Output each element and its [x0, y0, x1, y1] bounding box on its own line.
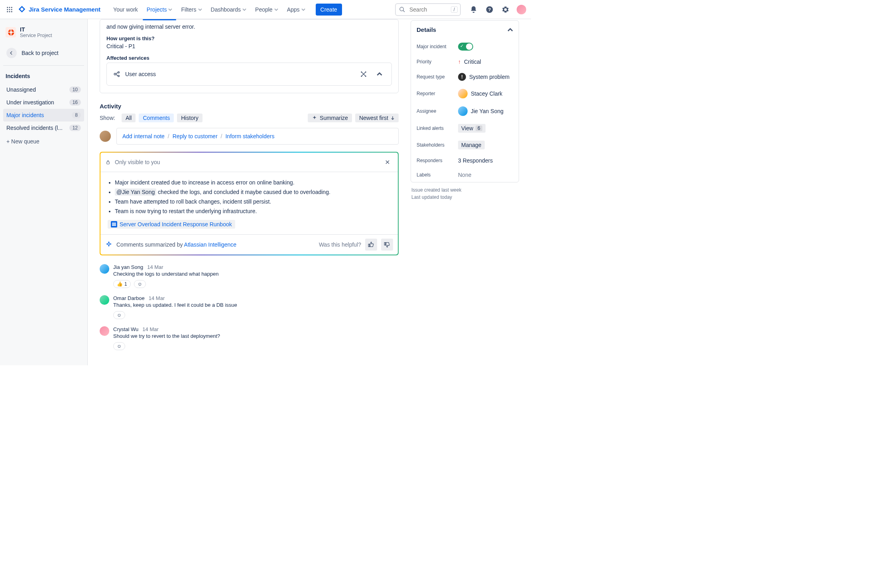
- notifications-icon[interactable]: [469, 5, 478, 14]
- lock-icon: [105, 159, 111, 165]
- compose-row: Add internal note / Reply to customer / …: [100, 128, 399, 145]
- current-user-avatar: [100, 131, 111, 142]
- comment-avatar: [100, 264, 109, 274]
- comment-text: Checking the logs to understand what hap…: [113, 271, 399, 277]
- create-button[interactable]: Create: [316, 4, 342, 16]
- description-card: and now giving internal server error. Ho…: [100, 19, 399, 93]
- field-major-incident: Major incident: [411, 39, 519, 55]
- service-graph-icon: [113, 71, 120, 78]
- product-logo[interactable]: Jira Service Management: [18, 5, 100, 14]
- back-to-project[interactable]: Back to project: [3, 43, 84, 63]
- ai-bullet: @Jie Yan Song checked the logs, and conc…: [115, 189, 391, 195]
- svg-point-9: [400, 7, 403, 11]
- alert-count: 6: [476, 125, 482, 131]
- chevron-down-icon: [242, 8, 246, 12]
- field-labels[interactable]: Labels None: [411, 168, 519, 182]
- ai-summary-body: Major incident created due to increase i…: [100, 172, 398, 234]
- close-ai-summary[interactable]: [382, 157, 393, 168]
- details-header[interactable]: Details: [411, 21, 519, 39]
- queue-under-investigation[interactable]: Under investigation16: [3, 96, 84, 109]
- show-label: Show:: [100, 115, 115, 121]
- sidebar-heading: Incidents: [3, 71, 84, 81]
- svg-point-15: [118, 75, 120, 77]
- ai-summary-card: Only visible to you Major incident creat…: [100, 152, 399, 255]
- field-responders[interactable]: Responders 3 Responders: [411, 153, 519, 168]
- nav-projects[interactable]: Projects: [143, 4, 177, 15]
- product-name: Jira Service Management: [29, 6, 100, 13]
- add-reaction[interactable]: ☺: [134, 280, 146, 288]
- count-badge: 10: [69, 86, 81, 93]
- nav-your-work[interactable]: Your work: [109, 4, 142, 15]
- field-priority[interactable]: Priority ↑Critical: [411, 55, 519, 69]
- ai-attribution-link[interactable]: Atlassian Intelligence: [184, 241, 237, 248]
- queue-unassigned[interactable]: Unassigned10: [3, 83, 84, 96]
- add-internal-note[interactable]: Add internal note: [122, 133, 165, 139]
- sort-button[interactable]: Newest first: [355, 114, 399, 122]
- chevron-down-icon: [168, 8, 172, 12]
- back-arrow-icon: [6, 48, 17, 58]
- activity-filter-row: Show: All Comments History Summarize New…: [100, 114, 399, 122]
- reaction-thumbsup[interactable]: 👍1: [113, 280, 131, 288]
- svg-point-6: [7, 11, 8, 12]
- field-assignee[interactable]: Assignee Jie Yan Song: [411, 102, 519, 120]
- svg-point-1: [9, 7, 10, 8]
- activity-heading: Activity: [100, 103, 399, 110]
- comment-date: 14 Mar: [147, 264, 163, 270]
- mention[interactable]: @Jie Yan Song: [115, 188, 156, 196]
- comment-author: Crystal Wu: [113, 326, 138, 332]
- project-header[interactable]: 🛟 IT Service Project: [3, 25, 84, 40]
- comment-date: 14 Mar: [142, 326, 158, 332]
- new-queue-button[interactable]: + New queue: [3, 134, 84, 149]
- queue-major-incidents[interactable]: Major incidents8: [3, 109, 84, 122]
- filter-comments[interactable]: Comments: [139, 114, 174, 122]
- visibility-label: Only visible to you: [115, 159, 160, 165]
- compose-box[interactable]: Add internal note / Reply to customer / …: [116, 128, 399, 145]
- document-icon: [111, 221, 117, 227]
- affected-service-row[interactable]: User access: [106, 63, 392, 86]
- add-reaction[interactable]: ☺: [113, 342, 125, 350]
- field-reporter[interactable]: Reporter Stacey Clark: [411, 85, 519, 102]
- search-input[interactable]: [409, 6, 448, 13]
- summarize-button[interactable]: Summarize: [308, 114, 352, 122]
- svg-point-8: [11, 11, 12, 12]
- svg-point-21: [365, 76, 366, 77]
- nav-dashboards[interactable]: Dashboards: [207, 4, 251, 15]
- profile-avatar[interactable]: [517, 5, 526, 14]
- add-reaction[interactable]: ☺: [113, 311, 125, 319]
- comment-date: 14 Mar: [149, 295, 165, 301]
- field-request-type[interactable]: Request type !System problem: [411, 69, 519, 85]
- view-alerts-chip[interactable]: View6: [458, 124, 486, 133]
- comment: Omar Darboe14 Mar Thanks, keep us update…: [100, 295, 399, 319]
- chevron-down-icon: [301, 8, 305, 12]
- settings-icon[interactable]: [501, 5, 510, 14]
- divider: [3, 65, 84, 66]
- affected-services-heading: Affected services: [106, 55, 392, 61]
- nav-filters[interactable]: Filters: [177, 4, 206, 15]
- service-opsgenie-icon[interactable]: [358, 69, 369, 80]
- runbook-link[interactable]: Server Overload Incident Response Runboo…: [108, 220, 235, 229]
- inform-stakeholders[interactable]: Inform stakeholders: [225, 133, 274, 139]
- thumbs-down-button[interactable]: [381, 239, 393, 251]
- count-badge: 8: [72, 112, 81, 118]
- major-incident-toggle[interactable]: [458, 43, 473, 51]
- manage-stakeholders-chip[interactable]: Manage: [458, 141, 485, 149]
- nav-people[interactable]: People: [251, 4, 282, 15]
- filter-all[interactable]: All: [122, 114, 136, 122]
- search-box[interactable]: /: [395, 3, 461, 16]
- updated-line: Last updated today: [411, 194, 518, 201]
- thumbs-up-button[interactable]: [365, 239, 377, 251]
- svg-line-17: [116, 74, 118, 76]
- collapse-service-icon[interactable]: [374, 69, 385, 80]
- filter-history[interactable]: History: [177, 114, 203, 122]
- ai-summary-footer: Comments summarized by Atlassian Intelli…: [100, 234, 398, 255]
- reply-to-customer[interactable]: Reply to customer: [173, 133, 218, 139]
- svg-point-0: [7, 7, 8, 8]
- app-switcher-icon[interactable]: [5, 5, 14, 14]
- comment-avatar: [100, 326, 109, 336]
- help-icon[interactable]: ?: [485, 5, 494, 14]
- queue-resolved[interactable]: Resolved incidents (l...12: [3, 122, 84, 134]
- nav-apps[interactable]: Apps: [283, 4, 309, 15]
- main-content: and now giving internal server error. Ho…: [88, 19, 411, 365]
- comment: Jia yan Song14 Mar Checking the logs to …: [100, 264, 399, 288]
- ai-icon: [105, 241, 112, 248]
